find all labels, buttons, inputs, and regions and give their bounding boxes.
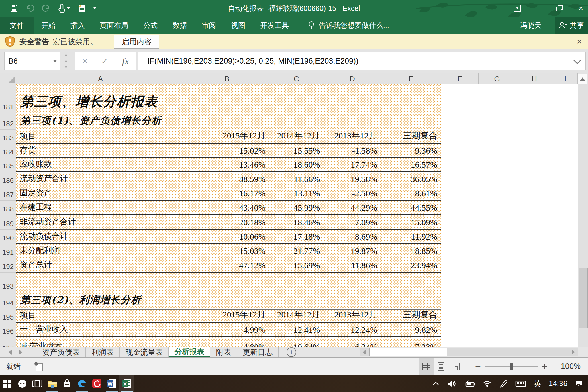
sheet-tab-资产负债表[interactable]: 资产负债表 (37, 347, 86, 357)
cell-B188[interactable]: 43.40% (185, 201, 269, 214)
row-header-192[interactable]: 192 (0, 258, 16, 273)
cell-A197[interactable]: 减:营业成本 (16, 337, 185, 347)
warning-close-icon[interactable]: × (577, 37, 582, 46)
normal-view-button[interactable] (419, 358, 434, 375)
store-taskbar-icon[interactable] (60, 375, 75, 392)
row-header-183[interactable]: 183 (0, 130, 16, 144)
row-header-188[interactable]: 188 (0, 201, 16, 215)
cell-D191[interactable]: 19.87% (324, 244, 381, 258)
prev-sheet-icon[interactable] (9, 350, 12, 355)
macro-record-icon[interactable] (34, 362, 43, 371)
enable-content-button[interactable]: 启用内容 (114, 35, 159, 49)
row-header-197[interactable]: 197 (0, 337, 16, 347)
expand-formula-bar-icon[interactable] (573, 56, 581, 64)
minimize-button[interactable]: — (534, 3, 543, 13)
scroll-right-icon[interactable] (569, 348, 578, 356)
cell-D197[interactable]: 6.34% (324, 337, 381, 347)
cell-D196[interactable]: 12.24% (324, 323, 381, 336)
cell-E196[interactable]: 9.82% (381, 323, 441, 336)
word-taskbar-icon[interactable]: W (104, 375, 119, 392)
cell-D184[interactable]: -1.58% (324, 144, 381, 157)
cell-B186[interactable]: 88.59% (185, 172, 269, 186)
next-sheet-icon[interactable] (19, 350, 22, 355)
zoom-slider-thumb[interactable] (510, 363, 513, 370)
user-name[interactable]: 冯晓天 (520, 21, 542, 30)
row-header-182[interactable]: 182 (0, 113, 16, 130)
cell-C195[interactable]: 2014年12月 (269, 310, 324, 322)
clock[interactable]: 14:36 (549, 379, 567, 388)
formula-input[interactable]: =IF(MIN(E196,E203,E209)>0.25, 0.25, MIN(… (138, 52, 586, 70)
close-button[interactable]: × (576, 3, 586, 13)
cell-E188[interactable]: 44.55% (381, 201, 441, 214)
cell-E197[interactable]: 7.23% (381, 337, 441, 347)
row-header-195[interactable]: 195 (0, 309, 16, 323)
task-view-taskbar-icon[interactable] (30, 375, 45, 392)
cell-D195[interactable]: 2013年12月 (324, 310, 381, 322)
cell-D188[interactable]: 44.29% (324, 201, 381, 214)
cell-A190[interactable]: 流动负债合计 (16, 230, 185, 243)
scroll-left-icon[interactable] (360, 348, 369, 356)
column-header-C[interactable]: C (269, 73, 324, 84)
cell-D183[interactable]: 2013年12月 (324, 130, 381, 143)
cell-C191[interactable]: 21.77% (269, 244, 324, 258)
cell-A185[interactable]: 应收账款 (16, 158, 185, 171)
cell-D186[interactable]: 19.58% (324, 172, 381, 186)
cell-B196[interactable]: 4.99% (185, 323, 269, 336)
ribbon-display-options-icon[interactable] (512, 3, 522, 13)
cell-B190[interactable]: 10.06% (185, 230, 269, 243)
column-header-I[interactable]: I (553, 73, 578, 84)
touch-mode-button[interactable] (58, 4, 70, 13)
ribbon-tab-3[interactable]: 页面布局 (92, 17, 136, 34)
cell-E186[interactable]: 36.05% (381, 172, 441, 186)
ribbon-tab-6[interactable]: 审阅 (194, 17, 224, 34)
share-button[interactable]: 共享 (555, 17, 588, 34)
column-header-F[interactable]: F (441, 73, 479, 84)
scroll-up-button[interactable] (578, 74, 587, 84)
file-explorer-taskbar-icon[interactable] (45, 375, 60, 392)
pen-icon[interactable] (499, 379, 508, 388)
cell-C190[interactable]: 17.18% (269, 230, 324, 243)
cell-D190[interactable]: 8.69% (324, 230, 381, 243)
cell-E191[interactable]: 18.85% (381, 244, 441, 258)
excel-taskbar-icon[interactable]: X (119, 375, 134, 392)
netease-music-taskbar-icon[interactable] (89, 375, 104, 392)
cell-A186[interactable]: 流动资产合计 (16, 172, 185, 186)
vertical-scrollbar[interactable] (578, 84, 588, 347)
row-header-196[interactable]: 196 (0, 323, 16, 337)
column-header-G[interactable]: G (479, 73, 516, 84)
edge-taskbar-icon[interactable] (75, 375, 89, 392)
cell-C184[interactable]: 15.55% (269, 144, 324, 157)
ribbon-tab-file[interactable]: 文件 (0, 17, 34, 34)
page-layout-view-button[interactable] (434, 358, 448, 375)
zoom-level[interactable]: 100% (556, 362, 581, 371)
cell-A187[interactable]: 固定资产 (16, 186, 185, 200)
insert-function-icon[interactable]: fx (122, 56, 129, 66)
vertical-scroll-thumb[interactable] (579, 268, 588, 328)
column-header-A[interactable]: A (16, 73, 185, 84)
cell-A189[interactable]: 非流动资产合计 (16, 215, 185, 229)
cell-D187[interactable]: -2.50% (324, 186, 381, 200)
cell-D185[interactable]: 17.74% (324, 158, 381, 171)
cell-C188[interactable]: 45.99% (269, 201, 324, 214)
row-header-190[interactable]: 190 (0, 230, 16, 244)
cell-E195[interactable]: 三期复合 (381, 310, 441, 322)
cell-C186[interactable]: 11.66% (269, 172, 324, 186)
formula-bar-handle[interactable] (65, 54, 67, 68)
sheet-tab-现金流量表[interactable]: 现金流量表 (120, 347, 169, 357)
ribbon-tab-1[interactable]: 开始 (34, 17, 63, 34)
cell-A183[interactable]: 项目 (16, 130, 185, 143)
cell-B183[interactable]: 2015年12月 (185, 130, 269, 143)
cell-A191[interactable]: 未分配利润 (16, 244, 185, 258)
zoom-out-icon[interactable]: − (474, 361, 482, 372)
ribbon-tab-2[interactable]: 插入 (63, 17, 92, 34)
cell-E192[interactable]: 23.94% (381, 258, 441, 272)
battery-icon[interactable] (464, 380, 475, 387)
row-header-193[interactable]: 193 (0, 273, 16, 292)
row-header-184[interactable]: 184 (0, 144, 16, 158)
cell-B191[interactable]: 15.03% (185, 244, 269, 258)
name-box[interactable]: B6 (4, 52, 60, 70)
column-header-B[interactable]: B (185, 73, 269, 84)
sheet-tab-利润表[interactable]: 利润表 (86, 347, 120, 357)
row-header-194[interactable]: 194 (0, 292, 16, 309)
row-header-181[interactable]: 181 (0, 84, 16, 113)
